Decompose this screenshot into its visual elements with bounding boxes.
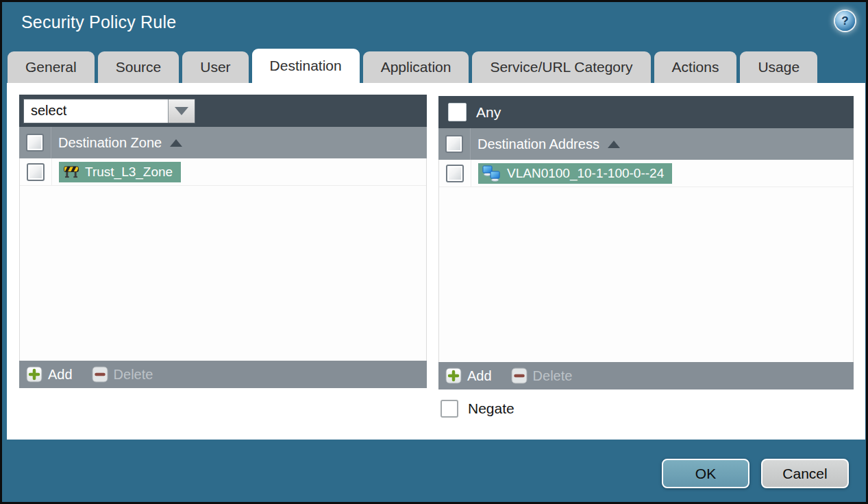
tab-general[interactable]: General: [8, 51, 95, 83]
address-row-checkbox-cell: [439, 160, 471, 187]
negate-label: Negate: [468, 400, 514, 417]
zone-select-all-checkbox[interactable]: [26, 134, 44, 152]
tab-bar: General Source User Destination Applicat…: [8, 49, 817, 83]
zone-row-checkbox[interactable]: [27, 163, 45, 181]
cancel-button[interactable]: Cancel: [761, 459, 849, 488]
chevron-down-icon: [175, 107, 188, 115]
sort-ascending-icon[interactable]: [608, 141, 620, 148]
any-label: Any: [476, 104, 501, 121]
tab-source[interactable]: Source: [98, 51, 179, 83]
ok-button[interactable]: OK: [662, 459, 749, 488]
table-row: Trust_L3_Zone: [20, 158, 426, 186]
delete-label: Delete: [114, 367, 153, 383]
zone-select-bar: [19, 95, 427, 127]
add-label: Add: [48, 367, 73, 383]
zone-tag[interactable]: Trust_L3_Zone: [59, 162, 181, 182]
tab-usage[interactable]: Usage: [740, 51, 817, 83]
address-tag[interactable]: VLAN0100_10-1-100-0--24: [478, 163, 672, 184]
address-tag-label: VLAN0100_10-1-100-0--24: [507, 166, 664, 181]
negate-checkbox[interactable]: [441, 400, 458, 418]
delete-address-button[interactable]: Delete: [511, 368, 573, 384]
any-checkbox[interactable]: [448, 103, 467, 121]
delete-icon: [511, 368, 528, 384]
zone-select-dropdown-button[interactable]: [168, 99, 195, 123]
zone-table-header: Destination Zone: [19, 127, 427, 158]
negate-row: Negate: [441, 400, 514, 418]
address-row-checkbox[interactable]: [446, 165, 464, 182]
address-header-checkbox-cell: [438, 128, 471, 160]
delete-zone-button[interactable]: Delete: [92, 366, 153, 383]
zone-column-header[interactable]: Destination Zone: [58, 135, 162, 151]
zone-select-combo: [23, 99, 195, 123]
network-icon: [482, 165, 501, 182]
destination-address-panel: Any Destination Address: [438, 96, 854, 389]
help-icon[interactable]: ?: [835, 11, 855, 31]
zone-toolbar: Add Delete: [19, 361, 427, 388]
add-icon: [445, 368, 462, 384]
zone-tag-label: Trust_L3_Zone: [85, 165, 173, 180]
tab-application[interactable]: Application: [363, 51, 469, 83]
zone-row-checkbox-cell: [20, 158, 52, 185]
delete-icon: [92, 366, 108, 383]
tab-actions[interactable]: Actions: [654, 51, 737, 83]
dialog-titlebar: Security Policy Rule ?: [2, 2, 866, 47]
delete-label: Delete: [533, 368, 573, 384]
address-toolbar: Add Delete: [438, 362, 854, 389]
address-table-header: Destination Address: [438, 128, 854, 160]
add-address-button[interactable]: Add: [445, 368, 492, 384]
sort-ascending-icon[interactable]: [170, 139, 182, 147]
security-policy-rule-dialog: Security Policy Rule ? General Source Us…: [0, 0, 868, 504]
address-table-body: VLAN0100_10-1-100-0--24: [438, 160, 854, 362]
dialog-title: Security Policy Rule: [21, 12, 176, 32]
tab-service-url-category[interactable]: Service/URL Category: [472, 51, 650, 83]
destination-tab-content: Destination Zone: [7, 83, 865, 440]
zone-icon: [63, 165, 79, 178]
zone-table-body: Trust_L3_Zone: [19, 158, 427, 361]
add-zone-button[interactable]: Add: [26, 366, 73, 383]
destination-zone-panel: Destination Zone: [19, 95, 427, 388]
address-select-all-checkbox[interactable]: [445, 135, 463, 153]
any-bar: Any: [438, 96, 854, 128]
tab-user[interactable]: User: [182, 51, 248, 83]
zone-select-input[interactable]: [24, 99, 168, 123]
address-column-header[interactable]: Destination Address: [478, 136, 599, 152]
tab-destination[interactable]: Destination: [252, 49, 360, 83]
zone-header-checkbox-cell: [19, 127, 51, 158]
add-icon: [26, 366, 42, 383]
add-label: Add: [467, 368, 492, 384]
table-row: VLAN0100_10-1-100-0--24: [439, 160, 853, 187]
